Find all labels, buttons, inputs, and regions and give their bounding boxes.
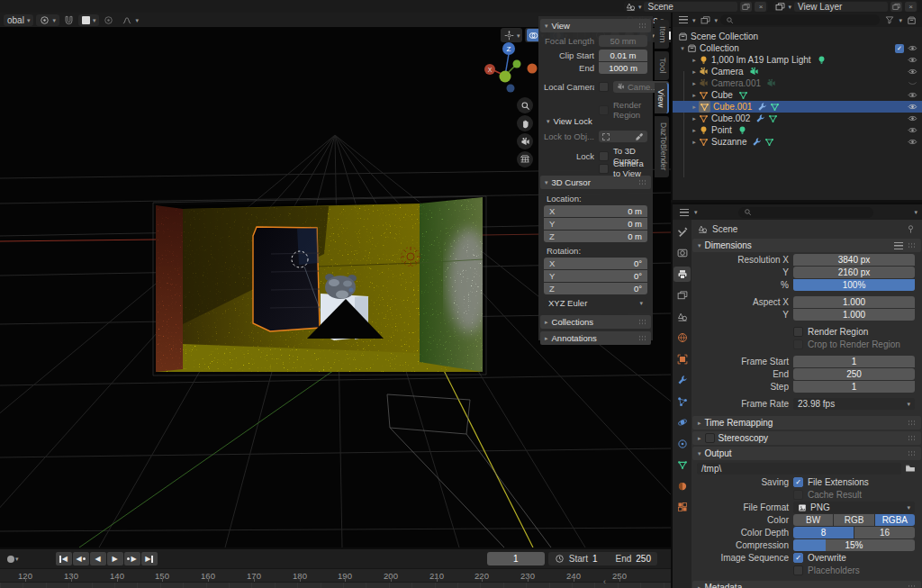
next-keyframe-button[interactable]: ▶ (124, 552, 140, 565)
expand-arrow-icon[interactable]: ▸ (690, 57, 699, 64)
drag-dots-icon[interactable] (908, 242, 916, 249)
pivot-point-dropdown[interactable]: ▾ (36, 14, 59, 26)
frame-end-field[interactable]: 250 (793, 368, 915, 380)
eye-icon[interactable] (908, 67, 917, 77)
collapse-arrow-icon[interactable]: ▾ (678, 45, 687, 52)
depth-8-button[interactable]: 8 (793, 527, 854, 538)
output-path-field[interactable]: /tmp\ (697, 463, 901, 475)
camera-view-button[interactable] (517, 133, 533, 149)
tab-texture-properties[interactable] (673, 500, 691, 515)
eye-closed-icon[interactable] (908, 78, 917, 88)
play-reverse-button[interactable]: ◀ (90, 552, 106, 565)
tab-particle-properties[interactable] (673, 394, 691, 409)
stereoscopy-checkbox[interactable] (705, 433, 715, 443)
output-panel-header[interactable]: ▾Output (692, 447, 921, 460)
drag-dots-icon[interactable] (908, 584, 916, 588)
clip-end-field[interactable]: 1000 m (599, 62, 647, 74)
tab-output-properties[interactable] (673, 267, 691, 282)
lock-to-object-field[interactable] (599, 131, 647, 142)
outliner-row-camera[interactable]: ▸ Camera (673, 66, 922, 77)
outliner-row-lamp-light[interactable]: ▸ 1,000 lm A19 Lamp Light (673, 54, 922, 66)
tab-tool[interactable]: Tool (655, 51, 669, 79)
outliner-row-collection[interactable]: ▾ Collection ✓ (673, 42, 922, 54)
timeline-ruler[interactable]: 120 130 140 150 160 170 180 190 200 210 … (0, 568, 671, 582)
scene-name[interactable]: Scene (644, 2, 737, 12)
end-value-field[interactable]: 250 (636, 554, 651, 564)
cursor-location-y-field[interactable]: Y0 m (544, 218, 647, 230)
file-extensions-checkbox[interactable]: ✓ (793, 477, 803, 487)
prev-keyframe-button[interactable]: ◀ (73, 552, 89, 565)
clip-start-field[interactable]: 0.01 m (599, 50, 647, 61)
aspect-y-field[interactable]: 1.000 (793, 309, 915, 321)
tab-tool-properties[interactable] (673, 224, 691, 240)
display-mode-dropdown[interactable] (676, 14, 690, 26)
outliner-row-cube[interactable]: ▸ Cube (673, 89, 922, 101)
drag-dots-icon[interactable] (908, 420, 916, 426)
transform-orientation-dropdown[interactable]: obal ▾ (4, 14, 33, 26)
local-camera-checkbox[interactable] (599, 82, 609, 92)
resolution-pct-slider[interactable]: 100% (793, 279, 915, 291)
snap-target-dropdown[interactable]: ▾ (78, 14, 100, 26)
time-remapping-panel-header[interactable]: ▸Time Remapping (692, 416, 921, 430)
tab-view-layer-properties[interactable] (673, 288, 691, 303)
annotations-panel-header[interactable]: ▸ Annotations (540, 331, 651, 345)
rotation-mode-dropdown[interactable]: XYZ Euler ▾ (544, 297, 647, 309)
cursor-rotation-y-field[interactable]: Y0° (544, 270, 647, 282)
eye-icon[interactable] (908, 90, 917, 100)
collection-checkbox[interactable]: ✓ (895, 44, 904, 53)
eye-icon[interactable] (908, 43, 917, 53)
new-view-layer-button[interactable] (890, 2, 902, 12)
editor-type-dropdown[interactable] (677, 206, 691, 218)
pan-tool-button[interactable] (517, 115, 533, 131)
drag-dots-icon[interactable] (908, 435, 916, 441)
frame-rate-dropdown[interactable]: 23.98 fps▾ (793, 398, 915, 410)
outliner-row-suzanne[interactable]: ▸ Suzanne (673, 136, 922, 148)
outliner-row-point[interactable]: ▸ Point (673, 124, 922, 136)
eye-icon[interactable] (908, 113, 917, 123)
focal-length-field[interactable]: 50 mm (599, 35, 647, 47)
stereoscopy-panel-header[interactable]: ▸Stereoscopy (692, 431, 921, 445)
color-bw-button[interactable]: BW (793, 514, 833, 526)
properties-search-input[interactable] (738, 207, 873, 218)
tab-world-properties[interactable] (673, 330, 691, 346)
eye-icon[interactable] (908, 102, 917, 112)
cursor-location-x-field[interactable]: X0 m (544, 205, 647, 217)
outliner-row-scene-collection[interactable]: Scene Collection (673, 31, 922, 42)
filter-objects-dropdown[interactable] (699, 14, 712, 26)
current-frame-field[interactable]: 1 (487, 552, 545, 565)
new-collection-button[interactable] (905, 14, 918, 26)
drag-dots-icon[interactable] (638, 335, 646, 341)
tab-daztoblender[interactable]: DazToBlender (655, 116, 669, 176)
auto-keying-button[interactable]: ▾ (5, 552, 22, 565)
presets-icon[interactable] (894, 242, 903, 249)
cursor-rotation-x-field[interactable]: X0° (544, 258, 647, 269)
depth-16-button[interactable]: 16 (854, 527, 915, 538)
zoom-tool-button[interactable] (517, 97, 533, 113)
jump-to-start-button[interactable]: ◀ (56, 552, 72, 565)
color-rgb-button[interactable]: RGB (834, 514, 873, 526)
tab-render-properties[interactable] (673, 246, 691, 261)
collapse-arrow-icon[interactable]: ‹ (603, 577, 606, 586)
metadata-panel-header[interactable]: ▸Metadata (692, 581, 921, 588)
file-browser-button[interactable] (903, 463, 917, 475)
snap-magnet-toggle[interactable] (62, 14, 76, 26)
tab-view[interactable]: View (655, 83, 669, 113)
outliner-row-cube-002[interactable]: ▸ Cube.002 (673, 113, 922, 124)
tab-data-properties[interactable] (673, 457, 691, 473)
tab-material-properties[interactable] (673, 478, 691, 493)
drag-dots-icon[interactable] (638, 179, 646, 185)
file-format-dropdown[interactable]: PNG▾ (793, 502, 915, 513)
outliner-row-cube-001[interactable]: ▸ Cube.001 (673, 101, 922, 113)
frame-step-field[interactable]: 1 (793, 381, 915, 393)
drag-dots-icon[interactable] (908, 450, 916, 457)
expand-arrow-icon[interactable]: ▸ (690, 104, 699, 111)
drag-dots-icon[interactable] (638, 23, 646, 29)
view-panel-header[interactable]: ▾ View (540, 19, 651, 32)
resolution-x-field[interactable]: 3840 px (793, 254, 915, 266)
scene-selector[interactable]: ▾ Scene × (624, 1, 769, 12)
tab-modifier-properties[interactable] (673, 373, 691, 388)
compression-slider[interactable]: 15% (793, 539, 915, 551)
tab-object-properties[interactable] (673, 351, 691, 366)
eye-icon[interactable] (908, 125, 917, 135)
view-layer-selector[interactable]: ▾ View Layer × (773, 1, 918, 12)
